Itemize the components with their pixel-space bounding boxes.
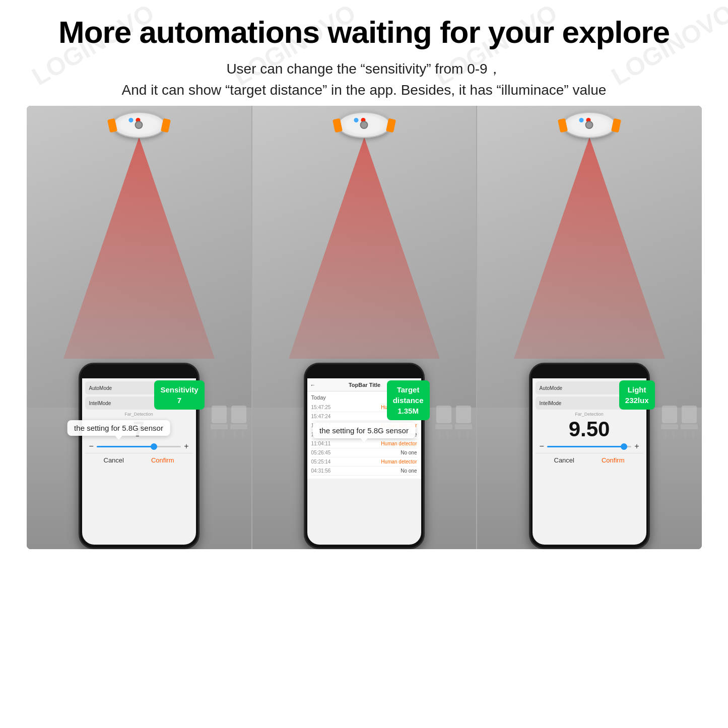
- chair-2a: [435, 406, 452, 438]
- log-time-5: 11:04:11: [311, 441, 331, 446]
- phone-notch-1: [121, 368, 157, 377]
- chair-legs: [684, 430, 694, 438]
- cone-svg-2: [284, 137, 445, 359]
- chair-leg: [684, 430, 686, 438]
- cancel-button-1[interactable]: Cancel: [104, 456, 124, 464]
- chair-back: [682, 406, 697, 423]
- topbar-left-icon: ←: [310, 382, 316, 388]
- log-event-7: Human detector: [381, 459, 417, 465]
- chair-leg: [447, 430, 449, 438]
- log-time-2: 15:47:24: [311, 414, 331, 419]
- chair-seat: [230, 424, 247, 429]
- chair-back: [212, 406, 227, 423]
- chair-1b: [230, 406, 247, 438]
- log-entry-7: 05:25:14 Human detector: [311, 457, 417, 467]
- tooltip-text-1: the setting for 5.8G sensor: [74, 424, 163, 432]
- phone-area-2: ← TopBar Title ✎ Today 15:47:25 Human de…: [304, 363, 425, 549]
- subtitle-line2: And it can show “target distance” in the…: [20, 80, 708, 101]
- slider-minus-3[interactable]: −: [540, 442, 544, 451]
- tooltip-text-2: the setting for 5.8G sensor: [319, 426, 409, 435]
- sensor-dot-1: [135, 121, 143, 129]
- chair-leg: [458, 430, 460, 438]
- slider-fill-1: [97, 446, 157, 447]
- panel-1: AutoMode IntelMode Far_Detection 7 −: [27, 106, 251, 549]
- phone-topbar-1: [80, 364, 198, 378]
- phone-topbar-3: [531, 364, 648, 378]
- target-distance-badge-2: Targetdistance1.35M: [387, 380, 430, 420]
- sensor-dot-3: [585, 121, 593, 129]
- cone-svg-1: [58, 137, 220, 359]
- chair-leg: [673, 430, 675, 438]
- chair-back: [456, 406, 471, 423]
- chair-seat: [435, 424, 452, 429]
- chair-back: [436, 406, 451, 423]
- tooltip-1: the setting for 5.8G sensor: [67, 420, 170, 436]
- slider-fill-3: [547, 446, 627, 447]
- chair-back: [662, 406, 677, 423]
- chair-back: [231, 406, 246, 423]
- cone-2: [284, 137, 445, 359]
- screen-footer-1: Cancel Confirm: [85, 453, 193, 466]
- log-time-6: 05:26:45: [311, 450, 331, 455]
- topbar-title: TopBar Title: [349, 382, 380, 388]
- chairs-2: [435, 406, 472, 438]
- sensor-dot-2: [360, 121, 368, 129]
- page-container: LOGINOVO LOGINOVO LOGINOVO LOGINOVO More…: [0, 0, 728, 728]
- sensor-2: [338, 112, 390, 138]
- sensitivity-badge-1: Sensitivity7: [154, 380, 204, 410]
- slider-plus-3[interactable]: +: [634, 442, 639, 451]
- automode-label-1: AutoMode: [89, 385, 112, 391]
- value-display-3: 9.50: [536, 419, 643, 440]
- log-entry-8: 04:31:56 No one: [311, 467, 417, 476]
- cone-3: [509, 137, 670, 359]
- chair-legs: [234, 430, 244, 438]
- tooltip-arrow-1: [115, 436, 122, 440]
- sensor-body-2: [338, 112, 390, 138]
- confirm-button-3[interactable]: Confirm: [602, 456, 625, 464]
- chair-leg: [665, 430, 667, 438]
- slider-3: − +: [536, 442, 643, 451]
- slider-knob-3: [621, 443, 627, 450]
- led-blue-1: [128, 118, 133, 122]
- page-header: More automations waiting for your explor…: [0, 0, 728, 106]
- sensor-body-1: [112, 112, 165, 138]
- intelmode-label-1: IntelMode: [89, 401, 111, 406]
- cancel-button-3[interactable]: Cancel: [554, 456, 574, 464]
- chair-2b: [455, 406, 472, 438]
- panel-2: the setting for 5.8G sensor ← TopBar Tit…: [251, 106, 477, 549]
- chair-3b: [681, 406, 698, 438]
- log-event-6: No one: [401, 450, 417, 455]
- chairs-1: [211, 406, 247, 438]
- slider-track-3[interactable]: [547, 446, 631, 447]
- chair-leg: [214, 430, 216, 438]
- slider-track-1[interactable]: [97, 446, 181, 447]
- far-detect-label-1: Far_Detection: [85, 412, 193, 417]
- tooltip-2: the setting for 5.8G sensor: [312, 423, 416, 438]
- subtitle-block: User can change the “sensitivity” from 0…: [20, 58, 708, 101]
- slider-knob-1: [151, 443, 157, 450]
- led-blue-2: [354, 118, 358, 122]
- log-time-8: 04:31:56: [311, 468, 331, 474]
- chairs-3: [661, 406, 698, 438]
- slider-1: − +: [85, 442, 193, 451]
- tooltip-arrow-2: [360, 438, 367, 442]
- svg-marker-2: [514, 137, 665, 359]
- chair-seat: [211, 424, 228, 429]
- automode-label-3: AutoMode: [540, 385, 563, 391]
- confirm-button-1[interactable]: Confirm: [151, 456, 174, 464]
- page-title: More automations waiting for your explor…: [20, 15, 708, 49]
- log-time-7: 05:25:14: [311, 459, 331, 465]
- phone-area-3: AutoMode IntelMode Far_Detection 9.50 −: [529, 363, 650, 549]
- sensor-1: [112, 112, 165, 138]
- log-event-5: Human detector: [381, 441, 417, 446]
- slider-minus-1[interactable]: −: [89, 442, 94, 451]
- panel-3: AutoMode IntelMode Far_Detection 9.50 −: [477, 106, 702, 549]
- chair-leg: [234, 430, 236, 438]
- chair-seat: [681, 424, 698, 429]
- chair-legs: [439, 430, 449, 438]
- phone-notch-2: [347, 368, 382, 377]
- panels-container: LOGINOVO LOGINOVO LOGINOVO LOGINOVO LOGI…: [27, 106, 702, 549]
- phone-area-1: AutoMode IntelMode Far_Detection 7 −: [79, 363, 200, 549]
- intelmode-label-3: IntelMode: [540, 401, 562, 406]
- slider-plus-1[interactable]: +: [184, 442, 188, 451]
